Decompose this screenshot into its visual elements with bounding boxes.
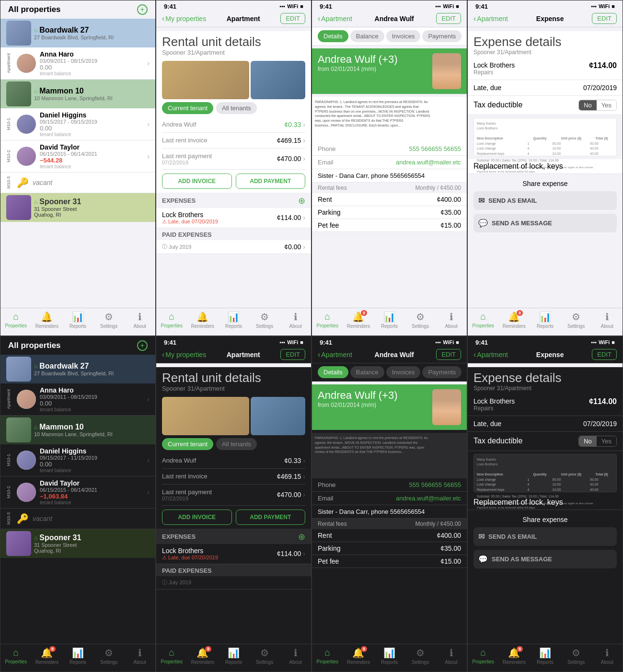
edit-btn-7[interactable]: EDIT	[436, 349, 461, 360]
tab-reminders-6[interactable]: 8 🔔 Reminders	[187, 647, 219, 665]
tab-all-tenants[interactable]: All tenants	[216, 102, 257, 114]
tab-properties-6[interactable]: ⌂ Properties	[156, 647, 187, 664]
tab-payments-7[interactable]: Payments	[422, 366, 461, 378]
nav-back-6[interactable]: ‹ My properties	[162, 350, 206, 359]
tab-reminders-7[interactable]: 8 🔔 Reminders	[343, 647, 374, 665]
add-property-btn-5[interactable]: +	[137, 340, 148, 351]
tab-reminders-3[interactable]: 8 🔔 Reminders	[343, 311, 374, 329]
nav-back-7[interactable]: ‹ Apartment	[318, 350, 352, 359]
nav-back-label-3: Apartment	[321, 15, 352, 23]
tab-reports-7[interactable]: 📊 Reports	[374, 647, 405, 665]
tab-settings-7[interactable]: ⚙ Settings	[405, 647, 436, 665]
tab-settings-6[interactable]: ⚙ Settings	[249, 647, 280, 665]
nav-back-2[interactable]: ‹ My properties	[162, 14, 206, 23]
add-invoice-btn[interactable]: ADD INVOICE	[162, 174, 232, 189]
paid-expense-row-6[interactable]: ⓘ July 2019	[156, 576, 311, 590]
rental-fees-label-3: Rental fees	[318, 185, 347, 191]
tenant-row-david[interactable]: M10-2 David Taylor 06/15/2015 - 06/14/20…	[0, 140, 155, 173]
tab-about-3[interactable]: ℹ About	[436, 311, 467, 329]
tab-about-8[interactable]: ℹ About	[591, 647, 623, 665]
tab-about-6[interactable]: ℹ About	[280, 647, 311, 665]
nav-back-4[interactable]: ‹ Apartment	[473, 14, 508, 23]
tenant-row-daniel-5[interactable]: M10-1 Daniel Higgins 09/15/2017 - 11/15/…	[0, 444, 155, 476]
nav-back-8[interactable]: ‹ Apartment	[473, 350, 508, 359]
edit-btn-8[interactable]: EDIT	[592, 349, 617, 360]
tab-settings-8[interactable]: ⚙ Settings	[561, 647, 592, 665]
info-andrea[interactable]: Andrea Wulf ¢0.33 ›	[162, 117, 305, 133]
tenant-row-daniel[interactable]: M10-1 Daniel Higgins 09/15/2017 - 09/15/…	[0, 108, 155, 140]
tab-settings-3[interactable]: ⚙ Settings	[405, 311, 436, 329]
info-last-payment-6[interactable]: Last rent payment 07/22/2019 ¢470.00 ›	[162, 485, 305, 506]
info-last-payment[interactable]: Last rent payment 07/22/2019 ¢470.00 ›	[162, 149, 305, 170]
add-expense-icon[interactable]: ⊕	[298, 196, 305, 206]
edit-btn-2[interactable]: EDIT	[280, 13, 305, 24]
mammon-header: ⌂ Mammon 10 10 Mammon Lane, Springfield,…	[0, 80, 155, 108]
tax-yes-8[interactable]: Yes	[597, 436, 616, 446]
tab-invoices-7[interactable]: Invoices	[386, 366, 421, 378]
warning-icon: ⚠	[162, 219, 167, 225]
tab-reminders-1[interactable]: 🔔 Reminders	[32, 311, 63, 329]
tax-no-4[interactable]: No	[579, 100, 597, 110]
tab-properties-5[interactable]: ⌂ Properties	[0, 647, 32, 664]
info-last-invoice-6[interactable]: Last rent invoice ¢469.15 ›	[162, 469, 305, 485]
tab-settings-2[interactable]: ⚙ Settings	[249, 311, 280, 329]
tax-yes-4[interactable]: Yes	[597, 100, 616, 110]
expense-lock-brothers-6[interactable]: Lock Brothers ⚠ Late, due 07/20/2019 ¢11…	[156, 544, 311, 564]
add-invoice-btn-6[interactable]: ADD INVOICE	[162, 510, 232, 525]
share-message-btn-4[interactable]: 💬 SEND AS MESSAGE	[473, 214, 617, 232]
tab-details-7[interactable]: Details	[318, 366, 348, 378]
tab-reports-4[interactable]: 📊 Reports	[530, 311, 561, 329]
edit-btn-3[interactable]: EDIT	[436, 13, 461, 24]
tab-about-2[interactable]: ℹ About	[280, 311, 311, 329]
info-last-invoice[interactable]: Last rent invoice ¢469.15 ›	[162, 133, 305, 149]
tab-about-5[interactable]: ℹ About	[124, 647, 155, 665]
tab-about-4[interactable]: ℹ About	[591, 311, 623, 329]
tab-reports-8[interactable]: 📊 Reports	[530, 647, 561, 665]
tab-settings-5[interactable]: ⚙ Settings	[93, 647, 125, 665]
tenant-row-anna-5[interactable]: Apartment Anna Haro 03/09/2011 - 08/15/2…	[0, 383, 155, 416]
expense-lock-brothers[interactable]: Lock Brothers ⚠ Late, due 07/20/2019 ¢11…	[156, 208, 311, 228]
share-email-btn-4[interactable]: ✉ SEND AS EMAIL	[473, 191, 617, 210]
tab-payments-3[interactable]: Payments	[422, 30, 461, 42]
add-payment-btn-6[interactable]: ADD PAYMENT	[236, 510, 306, 525]
add-expense-icon-6[interactable]: ⊕	[298, 532, 305, 542]
tab-reports-6[interactable]: 📊 Reports	[218, 647, 249, 665]
tenant-row-anna[interactable]: Apartment Anna Haro 03/09/2011 - 08/15/2…	[0, 47, 155, 80]
paid-expense-row[interactable]: ⓘ July 2019 ¢0.00 ›	[156, 240, 311, 254]
tab-details-3[interactable]: Details	[318, 30, 348, 42]
tab-balance-7[interactable]: Balance	[350, 366, 384, 378]
tab-properties-2[interactable]: ⌂ Properties	[156, 311, 187, 328]
nav-back-3[interactable]: ‹ Apartment	[318, 14, 352, 23]
tab-properties-3[interactable]: ⌂ Properties	[312, 311, 343, 328]
tab-properties-1[interactable]: ⌂ Properties	[0, 311, 32, 328]
edit-btn-6[interactable]: EDIT	[280, 349, 305, 360]
share-email-btn-8[interactable]: ✉ SEND AS EMAIL	[473, 527, 617, 546]
info-andrea-6[interactable]: Andrea Wulf ¢0.33 ›	[162, 453, 305, 469]
add-property-btn[interactable]: +	[137, 4, 148, 15]
tab-reminders-5[interactable]: 8 🔔 Reminders	[32, 647, 63, 665]
share-message-btn-8[interactable]: 💬 SEND AS MESSAGE	[473, 550, 617, 568]
tab-properties-7[interactable]: ⌂ Properties	[312, 647, 343, 664]
tab-about-1[interactable]: ℹ About	[124, 311, 155, 329]
tab-properties-4[interactable]: ⌂ Properties	[468, 311, 499, 328]
tab-reports-2[interactable]: 📊 Reports	[218, 311, 249, 329]
tab-reminders-2[interactable]: 🔔 Reminders	[187, 311, 219, 329]
tab-settings-1[interactable]: ⚙ Settings	[93, 311, 125, 329]
tab-reminders-4[interactable]: 8 🔔 Reminders	[499, 311, 530, 329]
tab-about-7[interactable]: ℹ About	[436, 647, 467, 665]
tax-no-8[interactable]: No	[579, 436, 597, 446]
edit-btn-4[interactable]: EDIT	[592, 13, 617, 24]
tab-reports-5[interactable]: 📊 Reports	[62, 647, 93, 665]
tab-reports-3[interactable]: 📊 Reports	[374, 311, 405, 329]
tab-reports-1[interactable]: 📊 Reports	[62, 311, 93, 329]
tab-current-tenant[interactable]: Current tenant	[162, 102, 213, 114]
add-payment-btn[interactable]: ADD PAYMENT	[236, 174, 306, 189]
tab-current-tenant-6[interactable]: Current tenant	[162, 438, 213, 450]
tab-balance-3[interactable]: Balance	[350, 30, 384, 42]
tab-settings-4[interactable]: ⚙ Settings	[561, 311, 592, 329]
tab-invoices-3[interactable]: Invoices	[386, 30, 421, 42]
tab-properties-8[interactable]: ⌂ Properties	[468, 647, 499, 664]
tenant-row-david-5[interactable]: M10-2 David Taylor 06/15/2015 - 06/14/20…	[0, 476, 155, 509]
tab-all-tenants-6[interactable]: All tenants	[216, 438, 257, 450]
tab-reminders-8[interactable]: 8 🔔 Reminders	[499, 647, 530, 665]
